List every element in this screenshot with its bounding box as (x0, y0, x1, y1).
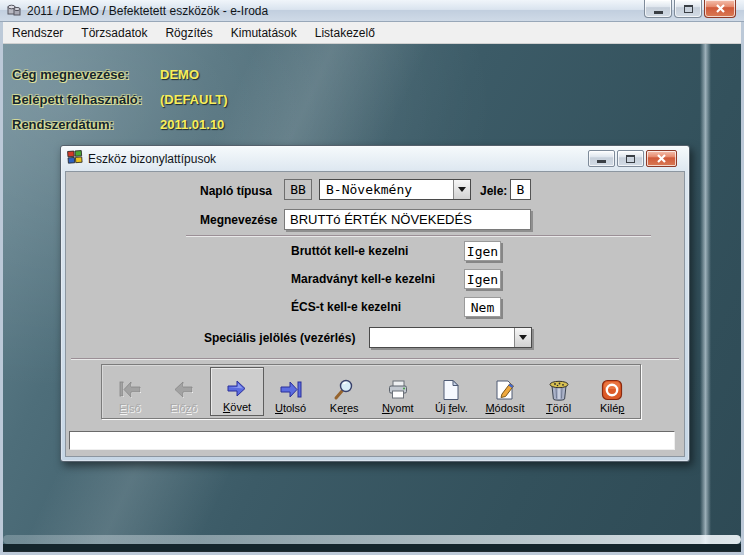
menu-torzsadatok[interactable]: Törzsadatok (72, 22, 156, 43)
first-record-button: Első (103, 367, 157, 416)
naplo-combobox-arrow-button[interactable] (453, 180, 470, 199)
company-label: Cég megnevezése: (12, 67, 160, 82)
company-value: DEMO (160, 67, 199, 82)
maximize-button[interactable] (674, 0, 702, 18)
screen: 2011 / DEMO / Befektetett eszközök - e-I… (0, 0, 744, 555)
background-bottom-highlight (3, 535, 741, 544)
minimize-button[interactable] (644, 0, 672, 18)
client-area: Cég megnevezése: DEMO Belépett felhaszná… (3, 44, 741, 551)
naplo-tipusa-label: Napló típusa (200, 184, 272, 198)
maradvany-toggle[interactable]: Igen (464, 269, 501, 289)
next-record-button[interactable]: Követ (210, 367, 264, 416)
printer-icon (386, 379, 410, 401)
jele-label: Jele: (480, 184, 507, 198)
dialog-icon (67, 150, 83, 167)
record-toolbar: Első Előző (101, 364, 641, 419)
menu-kimutatasok[interactable]: Kimutatások (222, 22, 306, 43)
next-record-label: Követ (223, 401, 251, 413)
brutto-label: Bruttót kell-e kezelni (291, 244, 408, 258)
specialis-label: Speciális jelölés (vezérlés) (204, 331, 355, 345)
specialis-combobox-value (370, 328, 514, 347)
minimize-icon (654, 11, 663, 14)
first-arrow-icon (117, 379, 143, 401)
new-document-icon (440, 379, 462, 401)
dialog-controls (588, 150, 677, 167)
window-frame: Rendszer Törzsadatok Rögzítés Kimutatáso… (0, 22, 744, 555)
new-record-button[interactable]: Új felv. (425, 367, 479, 416)
exit-power-icon (601, 379, 623, 401)
print-button[interactable]: Nyomt (371, 367, 425, 416)
background-right-highlight (700, 44, 711, 551)
chevron-down-icon (458, 187, 466, 196)
dialog-close-icon (656, 153, 667, 164)
maradvany-label: Maradványt kell-e kezelni (291, 272, 435, 286)
next-arrow-icon (224, 378, 250, 400)
user-label: Belépett felhasználó: (12, 92, 160, 107)
menu-listakezelo[interactable]: Listakezelő (306, 22, 384, 43)
session-info: Cég megnevezése: DEMO Belépett felhaszná… (12, 62, 228, 137)
background-bottom-edge (3, 544, 741, 551)
separator-top (186, 235, 651, 237)
first-record-label: Első (119, 402, 140, 414)
info-row-company: Cég megnevezése: DEMO (12, 62, 228, 87)
print-label: Nyomt (382, 402, 414, 414)
separator-bottom (71, 358, 679, 360)
previous-record-label: Előző (170, 402, 198, 414)
delete-label: Töröl (546, 402, 571, 414)
app-icon (6, 1, 22, 20)
window-title: 2011 / DEMO / Befektetett eszközök - e-I… (27, 4, 268, 18)
specialis-combobox[interactable] (369, 327, 532, 348)
maximize-icon (684, 5, 693, 13)
modify-button[interactable]: Módosít (478, 367, 532, 416)
dialog-maximize-button[interactable] (617, 150, 644, 167)
dialog-title: Eszköz bizonylattípusok (88, 152, 216, 166)
exit-label: Kilép (600, 402, 624, 414)
last-record-label: Utolsó (275, 402, 306, 414)
naplo-code-field: BB (284, 179, 312, 200)
info-row-date: Rendszerdátum: 2011.01.10 (12, 112, 228, 137)
search-button[interactable]: Keres (317, 367, 371, 416)
naplo-combobox-value: B-Növekmény (320, 180, 453, 199)
user-value: (DEFAULT) (160, 92, 228, 107)
megnevezese-field[interactable]: BRUTTó ÉRTÉK NÖVEKEDÉS (284, 209, 531, 230)
trash-icon (547, 379, 571, 401)
status-field[interactable] (69, 431, 675, 450)
dialog-body: Napló típusa BB B-Növekmény Jele: B Megn… (65, 171, 685, 457)
ecs-label: ÉCS-t kell-e kezelni (291, 300, 401, 314)
ecs-toggle[interactable]: Nem (464, 297, 501, 317)
dialog-minimize-icon (597, 160, 606, 163)
dialog-titlebar[interactable]: Eszköz bizonylattípusok (65, 146, 685, 171)
search-icon (332, 379, 356, 401)
close-icon (715, 3, 726, 14)
brutto-toggle[interactable]: Igen (464, 241, 501, 261)
date-value: 2011.01.10 (160, 117, 224, 132)
info-row-user: Belépett felhasználó: (DEFAULT) (12, 87, 228, 112)
search-label: Keres (330, 402, 359, 414)
last-record-button[interactable]: Utolsó (264, 367, 318, 416)
previous-record-button: Előző (157, 367, 211, 416)
megnevezese-label: Megnevezése (200, 213, 277, 227)
specialis-combobox-arrow-button[interactable] (514, 328, 531, 347)
new-record-label: Új felv. (435, 402, 468, 414)
last-arrow-icon (278, 379, 304, 401)
main-titlebar[interactable]: 2011 / DEMO / Befektetett eszközök - e-I… (0, 0, 744, 22)
previous-arrow-icon (170, 379, 196, 401)
dialog-close-button[interactable] (646, 150, 677, 167)
date-label: Rendszerdátum: (12, 117, 160, 132)
edit-pencil-icon (493, 379, 517, 401)
menu-rendszer[interactable]: Rendszer (3, 22, 72, 43)
modify-label: Módosít (485, 402, 524, 414)
chevron-down-icon (519, 335, 527, 344)
jele-field[interactable]: B (510, 179, 531, 200)
delete-button[interactable]: Töröl (532, 367, 586, 416)
exit-button[interactable]: Kilép (585, 367, 639, 416)
close-button[interactable] (704, 0, 736, 18)
dialog-minimize-button[interactable] (588, 150, 615, 167)
dialog-window: Eszköz bizonylattípusok (60, 145, 690, 462)
menu-bar: Rendszer Törzsadatok Rögzítés Kimutatáso… (3, 22, 741, 44)
menu-rogzites[interactable]: Rögzítés (156, 22, 221, 43)
main-window: 2011 / DEMO / Befektetett eszközök - e-I… (0, 0, 744, 555)
window-controls (644, 0, 736, 18)
naplo-combobox[interactable]: B-Növekmény (319, 179, 471, 200)
dialog-maximize-icon (626, 155, 635, 163)
